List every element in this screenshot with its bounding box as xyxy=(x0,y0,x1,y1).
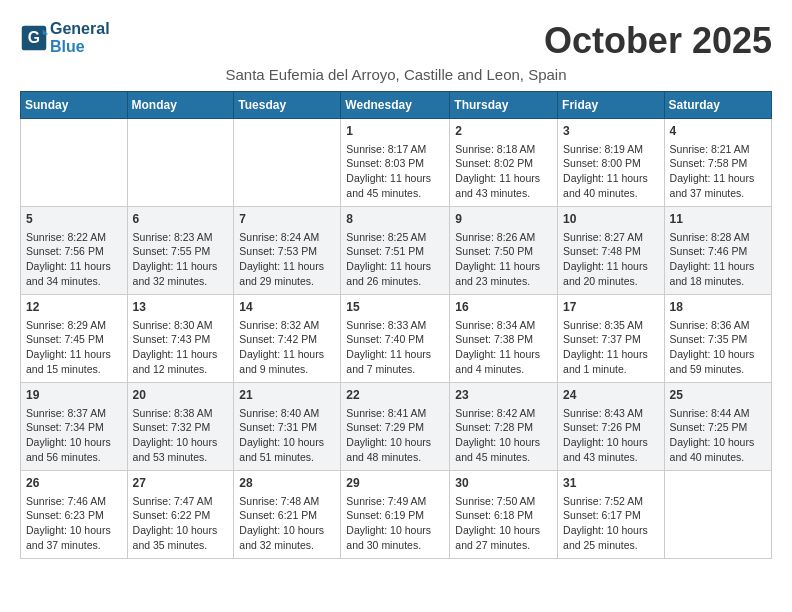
day-info: Sunset: 7:34 PM xyxy=(26,420,122,435)
day-info: Sunrise: 8:17 AM xyxy=(346,142,444,157)
calendar-cell-15: 13Sunrise: 8:30 AMSunset: 7:43 PMDayligh… xyxy=(127,295,234,383)
day-info: Daylight: 11 hours and 40 minutes. xyxy=(563,171,659,200)
calendar-cell-24: 22Sunrise: 8:41 AMSunset: 7:29 PMDayligh… xyxy=(341,383,450,471)
day-info: Sunrise: 7:50 AM xyxy=(455,494,552,509)
day-info: Sunrise: 7:48 AM xyxy=(239,494,335,509)
day-info: Sunrise: 7:47 AM xyxy=(133,494,229,509)
calendar-cell-20: 18Sunrise: 8:36 AMSunset: 7:35 PMDayligh… xyxy=(664,295,771,383)
day-info: Sunrise: 8:33 AM xyxy=(346,318,444,333)
day-info: Sunset: 7:48 PM xyxy=(563,244,659,259)
day-info: Sunset: 7:45 PM xyxy=(26,332,122,347)
day-info: Sunset: 6:19 PM xyxy=(346,508,444,523)
day-info: Sunset: 7:31 PM xyxy=(239,420,335,435)
day-number: 3 xyxy=(563,123,659,140)
day-info: Sunrise: 8:28 AM xyxy=(670,230,766,245)
day-info: Daylight: 11 hours and 43 minutes. xyxy=(455,171,552,200)
day-info: Sunset: 7:32 PM xyxy=(133,420,229,435)
calendar-cell-14: 12Sunrise: 8:29 AMSunset: 7:45 PMDayligh… xyxy=(21,295,128,383)
calendar-cell-6: 4Sunrise: 8:21 AMSunset: 7:58 PMDaylight… xyxy=(664,119,771,207)
day-info: Daylight: 11 hours and 18 minutes. xyxy=(670,259,766,288)
day-number: 5 xyxy=(26,211,122,228)
day-info: Daylight: 10 hours and 51 minutes. xyxy=(239,435,335,464)
day-info: Sunrise: 8:26 AM xyxy=(455,230,552,245)
calendar-cell-21: 19Sunrise: 8:37 AMSunset: 7:34 PMDayligh… xyxy=(21,383,128,471)
calendar-cell-18: 16Sunrise: 8:34 AMSunset: 7:38 PMDayligh… xyxy=(450,295,558,383)
day-info: Sunrise: 8:43 AM xyxy=(563,406,659,421)
day-info: Sunset: 7:25 PM xyxy=(670,420,766,435)
day-info: Daylight: 10 hours and 43 minutes. xyxy=(563,435,659,464)
calendar-cell-34 xyxy=(664,471,771,559)
calendar-cell-33: 31Sunrise: 7:52 AMSunset: 6:17 PMDayligh… xyxy=(558,471,665,559)
calendar-cell-28: 26Sunrise: 7:46 AMSunset: 6:23 PMDayligh… xyxy=(21,471,128,559)
day-info: Daylight: 10 hours and 35 minutes. xyxy=(133,523,229,552)
day-info: Sunrise: 8:37 AM xyxy=(26,406,122,421)
calendar-cell-32: 30Sunrise: 7:50 AMSunset: 6:18 PMDayligh… xyxy=(450,471,558,559)
day-number: 9 xyxy=(455,211,552,228)
day-number: 15 xyxy=(346,299,444,316)
day-info: Sunrise: 8:41 AM xyxy=(346,406,444,421)
day-number: 28 xyxy=(239,475,335,492)
calendar-cell-1 xyxy=(127,119,234,207)
day-info: Sunrise: 7:49 AM xyxy=(346,494,444,509)
calendar-cell-26: 24Sunrise: 8:43 AMSunset: 7:26 PMDayligh… xyxy=(558,383,665,471)
day-info: Daylight: 11 hours and 9 minutes. xyxy=(239,347,335,376)
day-info: Sunset: 7:51 PM xyxy=(346,244,444,259)
calendar-cell-0 xyxy=(21,119,128,207)
day-number: 4 xyxy=(670,123,766,140)
col-wednesday: Wednesday xyxy=(341,92,450,119)
day-info: Sunrise: 7:46 AM xyxy=(26,494,122,509)
day-info: Daylight: 11 hours and 23 minutes. xyxy=(455,259,552,288)
calendar-cell-16: 14Sunrise: 8:32 AMSunset: 7:42 PMDayligh… xyxy=(234,295,341,383)
col-monday: Monday xyxy=(127,92,234,119)
day-info: Daylight: 10 hours and 59 minutes. xyxy=(670,347,766,376)
day-info: Sunset: 7:53 PM xyxy=(239,244,335,259)
calendar-cell-8: 6Sunrise: 8:23 AMSunset: 7:55 PMDaylight… xyxy=(127,207,234,295)
day-info: Sunset: 6:18 PM xyxy=(455,508,552,523)
day-info: Daylight: 10 hours and 27 minutes. xyxy=(455,523,552,552)
day-number: 26 xyxy=(26,475,122,492)
col-tuesday: Tuesday xyxy=(234,92,341,119)
logo-icon: G xyxy=(20,24,48,52)
day-number: 24 xyxy=(563,387,659,404)
day-info: Daylight: 11 hours and 32 minutes. xyxy=(133,259,229,288)
day-info: Sunset: 7:58 PM xyxy=(670,156,766,171)
day-number: 31 xyxy=(563,475,659,492)
week-row-5: 26Sunrise: 7:46 AMSunset: 6:23 PMDayligh… xyxy=(21,471,772,559)
day-info: Sunset: 7:55 PM xyxy=(133,244,229,259)
day-info: Sunrise: 8:30 AM xyxy=(133,318,229,333)
location-title: Santa Eufemia del Arroyo, Castille and L… xyxy=(20,66,772,83)
day-info: Daylight: 11 hours and 12 minutes. xyxy=(133,347,229,376)
month-title: October 2025 xyxy=(544,20,772,62)
calendar-cell-3: 1Sunrise: 8:17 AMSunset: 8:03 PMDaylight… xyxy=(341,119,450,207)
day-info: Sunrise: 8:42 AM xyxy=(455,406,552,421)
calendar-cell-13: 11Sunrise: 8:28 AMSunset: 7:46 PMDayligh… xyxy=(664,207,771,295)
day-info: Sunrise: 8:38 AM xyxy=(133,406,229,421)
day-info: Sunset: 7:56 PM xyxy=(26,244,122,259)
day-info: Sunset: 8:02 PM xyxy=(455,156,552,171)
calendar-cell-31: 29Sunrise: 7:49 AMSunset: 6:19 PMDayligh… xyxy=(341,471,450,559)
day-number: 8 xyxy=(346,211,444,228)
calendar-cell-19: 17Sunrise: 8:35 AMSunset: 7:37 PMDayligh… xyxy=(558,295,665,383)
day-info: Daylight: 11 hours and 34 minutes. xyxy=(26,259,122,288)
day-info: Daylight: 10 hours and 53 minutes. xyxy=(133,435,229,464)
col-friday: Friday xyxy=(558,92,665,119)
calendar-cell-29: 27Sunrise: 7:47 AMSunset: 6:22 PMDayligh… xyxy=(127,471,234,559)
day-info: Sunrise: 8:35 AM xyxy=(563,318,659,333)
day-info: Sunrise: 8:34 AM xyxy=(455,318,552,333)
day-number: 2 xyxy=(455,123,552,140)
calendar-cell-12: 10Sunrise: 8:27 AMSunset: 7:48 PMDayligh… xyxy=(558,207,665,295)
day-info: Sunset: 7:37 PM xyxy=(563,332,659,347)
day-info: Sunrise: 8:21 AM xyxy=(670,142,766,157)
day-number: 18 xyxy=(670,299,766,316)
calendar-cell-9: 7Sunrise: 8:24 AMSunset: 7:53 PMDaylight… xyxy=(234,207,341,295)
calendar-cell-23: 21Sunrise: 8:40 AMSunset: 7:31 PMDayligh… xyxy=(234,383,341,471)
day-number: 25 xyxy=(670,387,766,404)
day-info: Daylight: 11 hours and 37 minutes. xyxy=(670,171,766,200)
day-info: Daylight: 10 hours and 40 minutes. xyxy=(670,435,766,464)
day-number: 7 xyxy=(239,211,335,228)
day-info: Daylight: 10 hours and 37 minutes. xyxy=(26,523,122,552)
day-number: 30 xyxy=(455,475,552,492)
day-info: Daylight: 11 hours and 26 minutes. xyxy=(346,259,444,288)
calendar-cell-11: 9Sunrise: 8:26 AMSunset: 7:50 PMDaylight… xyxy=(450,207,558,295)
calendar-header-row: Sunday Monday Tuesday Wednesday Thursday… xyxy=(21,92,772,119)
